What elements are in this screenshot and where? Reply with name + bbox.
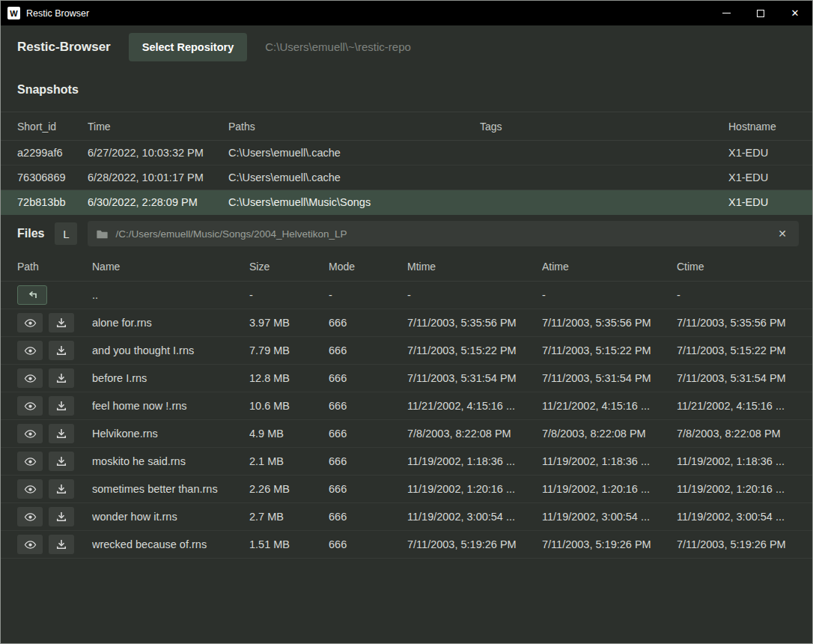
files-bar: Files L /C:/Users/emuell/Music/Songs/200… [1, 215, 812, 252]
file-atime: - [542, 289, 677, 301]
close-icon: ✕ [791, 7, 800, 19]
parent-directory-row[interactable]: .. - - - - - [1, 282, 812, 309]
file-size: 4.9 MB [249, 428, 329, 440]
select-repository-button[interactable]: Select Repository [129, 33, 248, 61]
download-icon [56, 511, 67, 522]
file-row[interactable]: wonder how it.rns 2.7 MB 666 11/19/2002,… [1, 503, 812, 531]
eye-icon [24, 512, 37, 522]
column-header-hostname: Hostname [728, 121, 796, 133]
file-row[interactable]: and you thought I.rns 7.79 MB 666 7/11/2… [1, 337, 812, 365]
download-button[interactable] [49, 341, 74, 360]
file-mode: 666 [329, 372, 407, 384]
maximize-button[interactable] [743, 1, 778, 25]
snapshot-hostname: X1-EDU [728, 171, 796, 183]
preview-button[interactable] [17, 341, 43, 360]
column-header-tags: Tags [480, 121, 728, 133]
file-row[interactable]: wrecked because of.rns 1.51 MB 666 7/11/… [1, 531, 812, 559]
folder-icon [97, 229, 108, 239]
files-heading: Files [17, 227, 44, 240]
file-size: 1.51 MB [249, 538, 329, 550]
snapshot-hostname: X1-EDU [728, 147, 796, 159]
page-title: Restic-Browser [17, 40, 111, 55]
snapshot-row[interactable]: 76306869 6/28/2022, 10:01:17 PM C:\Users… [1, 165, 812, 190]
file-atime: 11/19/2002, 1:18:36 ... [542, 455, 677, 467]
download-button[interactable] [49, 507, 74, 526]
file-size: - [249, 289, 329, 301]
snapshot-time: 6/28/2022, 10:01:17 PM [88, 171, 228, 183]
download-icon [56, 373, 67, 383]
return-arrow-icon [26, 291, 38, 300]
file-row[interactable]: moskito he said.rns 2.1 MB 666 11/19/200… [1, 448, 812, 476]
maximize-icon [757, 10, 764, 17]
file-mtime: 7/11/2003, 5:19:26 PM [407, 538, 542, 550]
download-button[interactable] [49, 313, 74, 332]
close-button[interactable]: ✕ [778, 1, 812, 25]
file-atime: 11/19/2002, 3:00:54 ... [542, 511, 677, 523]
column-header-path: Path [17, 261, 92, 273]
file-ctime: 11/19/2002, 1:20:16 ... [677, 483, 796, 495]
file-name: moskito he said.rns [92, 455, 249, 467]
download-button[interactable] [49, 479, 74, 499]
file-mtime: 11/19/2002, 1:20:16 ... [407, 483, 542, 495]
file-size: 10.6 MB [249, 400, 329, 412]
download-button[interactable] [49, 396, 74, 416]
download-icon [56, 456, 67, 467]
file-atime: 7/11/2003, 5:35:56 PM [542, 317, 677, 329]
download-icon [56, 484, 67, 494]
repository-path[interactable]: C:\Users\emuell\~\restic-repo [265, 40, 411, 53]
preview-button[interactable] [17, 479, 43, 499]
preview-button[interactable] [17, 424, 43, 443]
preview-button[interactable] [17, 452, 43, 471]
clear-path-button[interactable]: ✕ [775, 226, 790, 241]
file-row[interactable]: sometimes better than.rns 2.26 MB 666 11… [1, 476, 812, 503]
file-size: 12.8 MB [249, 372, 329, 384]
download-icon [56, 401, 67, 411]
file-name: alone for.rns [92, 317, 249, 329]
app-header: Restic-Browser Select Repository C:\User… [1, 25, 812, 68]
snapshot-row[interactable]: a2299af6 6/27/2022, 10:03:32 PM C:\Users… [1, 141, 812, 165]
file-row[interactable]: feel home now !.rns 10.6 MB 666 11/21/20… [1, 392, 812, 420]
preview-button[interactable] [17, 313, 43, 332]
download-button[interactable] [49, 535, 74, 554]
column-header-name: Name [92, 261, 249, 273]
preview-button[interactable] [17, 535, 43, 554]
file-mtime: 11/19/2002, 1:18:36 ... [407, 455, 542, 467]
file-ctime: 11/19/2002, 3:00:54 ... [677, 511, 796, 523]
file-mode: 666 [329, 400, 407, 412]
download-button[interactable] [49, 452, 74, 471]
titlebar: W Restic Browser ✕ [1, 1, 812, 25]
restic-browser-window: W Restic Browser ✕ Restic-Browser Select… [0, 0, 813, 644]
snapshot-time: 6/30/2022, 2:28:09 PM [88, 196, 228, 208]
download-button[interactable] [49, 368, 74, 388]
download-icon [56, 428, 67, 439]
file-mode: 666 [329, 428, 407, 440]
file-mtime: 7/8/2003, 8:22:08 PM [407, 428, 542, 440]
file-mtime: 7/11/2003, 5:15:22 PM [407, 344, 542, 356]
file-mode: 666 [329, 538, 407, 550]
preview-button[interactable] [17, 507, 43, 526]
minimize-button[interactable] [709, 1, 743, 25]
download-button[interactable] [49, 424, 74, 443]
clear-icon: ✕ [778, 228, 787, 240]
snapshot-hostname: X1-EDU [728, 196, 796, 208]
go-up-button[interactable] [17, 285, 47, 305]
file-row[interactable]: Helvikone.rns 4.9 MB 666 7/8/2003, 8:22:… [1, 420, 812, 448]
preview-button[interactable] [17, 368, 43, 388]
file-atime: 7/11/2003, 5:19:26 PM [542, 538, 677, 550]
snapshot-row-selected[interactable]: 72b813bb 6/30/2022, 2:28:09 PM C:\Users\… [1, 190, 812, 215]
file-row[interactable]: before I.rns 12.8 MB 666 7/11/2003, 5:31… [1, 365, 812, 392]
file-ctime: 11/19/2002, 1:18:36 ... [677, 455, 796, 467]
snapshot-short-id: 76306869 [17, 171, 88, 183]
tree-view-toggle-button[interactable]: L [55, 222, 77, 245]
file-mode: 666 [329, 455, 407, 467]
file-name: before I.rns [92, 372, 249, 384]
file-mode: 666 [329, 483, 407, 495]
file-mode: - [329, 289, 407, 301]
download-icon [56, 318, 67, 328]
preview-button[interactable] [17, 396, 43, 416]
file-row[interactable]: alone for.rns 3.97 MB 666 7/11/2003, 5:3… [1, 309, 812, 337]
column-header-short-id: Short_id [17, 121, 88, 133]
files-path-input[interactable]: /C:/Users/emuell/Music/Songs/2004_Helvet… [88, 221, 799, 246]
file-atime: 11/21/2002, 4:15:16 ... [542, 400, 677, 412]
snapshot-time: 6/27/2022, 10:03:32 PM [88, 147, 228, 159]
